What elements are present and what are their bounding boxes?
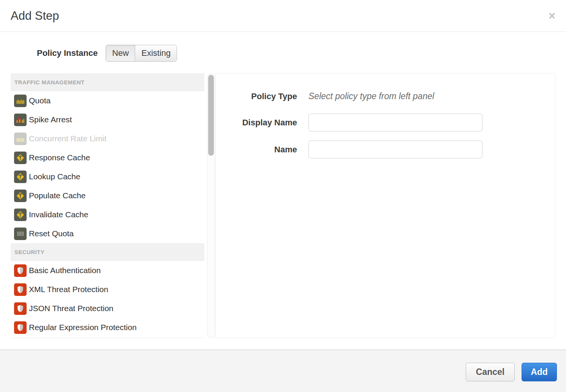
name-row: Name	[216, 141, 555, 158]
policy-item[interactable]: XML Threat Protection	[11, 280, 204, 299]
quota-icon	[14, 95, 29, 107]
name-field[interactable]	[308, 141, 482, 158]
spike-arrest-icon	[14, 114, 29, 126]
policy-item-label: JSON Threat Protection	[29, 304, 114, 313]
display-name-field[interactable]	[308, 114, 482, 131]
policy-type-label: Policy Type	[216, 92, 297, 101]
cache-icon	[14, 209, 29, 221]
policy-detail-panel: Policy Type Select policy type from left…	[215, 73, 555, 338]
modal-footer: Cancel Add	[0, 349, 566, 392]
add-button[interactable]: Add	[522, 363, 557, 381]
policy-instance-row: Policy Instance New Existing	[37, 45, 566, 62]
policy-item: Concurrent Rate Limit	[11, 129, 204, 148]
section-header: TRAFFIC MANAGEMENT	[11, 73, 204, 91]
policy-item-label: Basic Authentication	[29, 266, 101, 275]
policy-item-label: Quota	[29, 96, 51, 105]
panels: TRAFFIC MANAGEMENTQuotaSpike ArrestConcu…	[11, 73, 555, 338]
policy-list-scrollbar[interactable]	[207, 73, 215, 338]
footer-buttons: Cancel Add	[466, 363, 557, 381]
close-icon[interactable]: ×	[549, 10, 555, 22]
policy-type-value: Select policy type from left panel	[308, 91, 434, 101]
policy-item-label: Concurrent Rate Limit	[29, 134, 106, 143]
policy-item[interactable]: Reset Quota	[11, 224, 204, 243]
policy-item-label: Lookup Cache	[29, 172, 80, 181]
toggle-new-button[interactable]: New	[106, 45, 135, 61]
cache-icon	[14, 190, 29, 202]
policy-item-label: Regular Expression Protection	[29, 323, 137, 332]
policy-list: TRAFFIC MANAGEMENTQuotaSpike ArrestConcu…	[11, 73, 204, 338]
cancel-button[interactable]: Cancel	[466, 363, 515, 381]
shield-icon	[14, 264, 29, 277]
scrollbar-thumb[interactable]	[208, 75, 214, 156]
section-header: SECURITY	[11, 243, 204, 261]
policy-item[interactable]: Invalidate Cache	[11, 205, 204, 224]
display-name-label: Display Name	[216, 118, 297, 128]
policy-item-label: Populate Cache	[29, 191, 85, 200]
policy-item[interactable]: Quota	[11, 91, 204, 110]
reset-quota-icon	[14, 228, 29, 240]
name-label: Name	[216, 145, 297, 155]
shield-icon	[14, 302, 29, 315]
policy-item[interactable]: JSON Threat Protection	[11, 299, 204, 318]
policy-item-label: Response Cache	[29, 153, 90, 162]
shield-icon	[14, 283, 29, 296]
policy-instance-label: Policy Instance	[37, 48, 98, 58]
policy-item[interactable]: Lookup Cache	[11, 167, 204, 186]
toggle-existing-button[interactable]: Existing	[135, 45, 177, 61]
cache-icon	[14, 171, 29, 183]
policy-item[interactable]: Populate Cache	[11, 186, 204, 205]
policy-type-row: Policy Type Select policy type from left…	[216, 91, 555, 101]
policy-item-label: Reset Quota	[29, 229, 74, 238]
page-title: Add Step	[11, 9, 59, 23]
policy-item-label: Invalidate Cache	[29, 210, 88, 219]
policy-item[interactable]: Spike Arrest	[11, 110, 204, 129]
modal-header: Add Step ×	[0, 0, 566, 32]
policy-item-label: XML Threat Protection	[29, 285, 108, 294]
concurrent-rate-limit-icon	[14, 133, 29, 145]
policy-instance-toggle: New Existing	[106, 45, 177, 62]
shield-icon	[14, 321, 29, 334]
policy-item[interactable]: Basic Authentication	[11, 261, 204, 280]
policy-item[interactable]: Regular Expression Protection	[11, 318, 204, 337]
cache-icon	[14, 152, 29, 164]
policy-item[interactable]: Response Cache	[11, 148, 204, 167]
policy-item-label: Spike Arrest	[29, 115, 72, 124]
add-step-modal: Add Step × Policy Instance New Existing …	[0, 0, 566, 338]
display-name-row: Display Name	[216, 114, 555, 131]
